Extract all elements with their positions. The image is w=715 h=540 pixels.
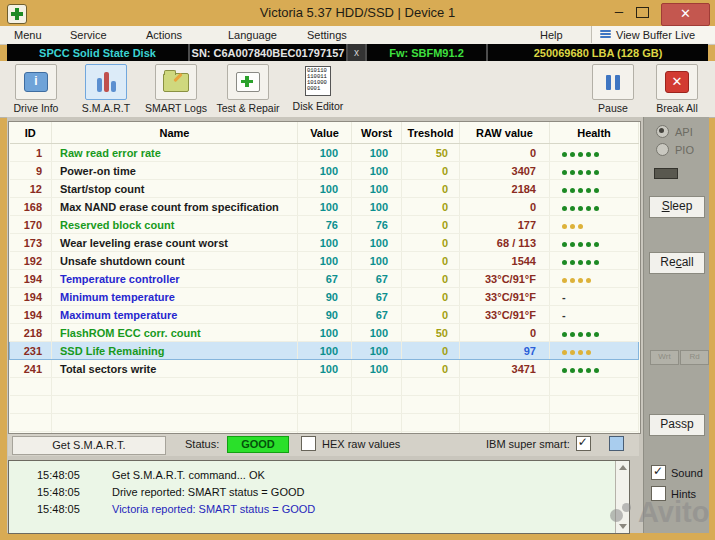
scroll-up-icon[interactable] — [619, 465, 627, 470]
health-dot-icon — [562, 206, 567, 211]
pio-radio[interactable] — [656, 143, 669, 156]
table-row[interactable]: 218FlashROM ECC corr. count100100500 — [10, 324, 639, 342]
disk-editor-button[interactable]: 010110 110011 101000 0001 Disk Editor — [284, 64, 352, 112]
log-timestamp: 15:48:05 — [37, 467, 84, 484]
log-timestamp: 15:48:05 — [37, 484, 84, 501]
title-bar[interactable]: Victoria 5.37 HDD/SSD | Device 1 – ✕ — [0, 0, 715, 26]
health-dot-icon — [578, 206, 583, 211]
health-dot-icon — [586, 206, 591, 211]
rd-mini-button[interactable]: Rd — [680, 350, 709, 365]
header-treshold[interactable]: Treshold — [402, 122, 460, 144]
first-aid-icon — [227, 64, 269, 100]
hints-checkbox[interactable] — [651, 486, 666, 501]
view-buffer-live-label: View Buffer Live — [616, 29, 695, 41]
smart-button[interactable]: S.M.A.R.T — [72, 64, 140, 114]
health-dot-icon — [570, 206, 575, 211]
empty-row — [10, 396, 639, 414]
wrt-mini-button[interactable]: Wrt — [650, 350, 679, 365]
maximize-button[interactable] — [636, 7, 649, 18]
health-dot-icon — [562, 170, 567, 175]
health-dot-icon — [578, 224, 583, 229]
table-row[interactable]: 192Unsafe shutdown count10010001544 — [10, 252, 639, 270]
device-model: SPCC Solid State Disk — [7, 44, 188, 61]
table-row[interactable]: 241Total sectors write10010003471 — [10, 360, 639, 378]
log-scrollbar[interactable] — [615, 461, 629, 533]
drive-info-button[interactable]: i Drive Info — [2, 64, 70, 114]
list-icon — [600, 30, 611, 40]
break-all-button[interactable]: ✕ Break All — [644, 64, 710, 114]
menu-item-actions[interactable]: Actions — [146, 29, 182, 41]
hex-raw-values-group[interactable]: HEX raw values — [301, 436, 400, 451]
header-name[interactable]: Name — [52, 122, 298, 144]
close-button[interactable]: ✕ — [661, 3, 710, 26]
pio-radio-group[interactable]: PIO — [656, 143, 694, 156]
table-row[interactable]: 170Reserved block count76760177 — [10, 216, 639, 234]
pause-icon — [592, 64, 634, 100]
table-row[interactable]: 194Temperature controller6767033°C/91°F — [10, 270, 639, 288]
menu-item-help[interactable]: Help — [540, 29, 563, 41]
work-area: ID Name Value Worst Treshold RAW value H… — [7, 117, 708, 533]
sleep-button[interactable]: Sleep — [649, 196, 705, 218]
ibm-checkbox[interactable] — [576, 436, 591, 451]
status-label: Status: — [185, 438, 219, 450]
scroll-down-icon[interactable] — [619, 524, 627, 529]
header-health[interactable]: Health — [550, 122, 639, 144]
log-panel: 15:48:05Get S.M.A.R.T. command... OK15:4… — [8, 460, 630, 534]
health-dot-icon — [594, 206, 599, 211]
health-dot-icon — [562, 368, 567, 373]
header-id[interactable]: ID — [10, 122, 52, 144]
smart-bars-icon — [85, 64, 127, 100]
blue-indicator-button[interactable] — [609, 436, 624, 451]
header-value[interactable]: Value — [298, 122, 352, 144]
health-dot-icon — [562, 260, 567, 265]
view-buffer-live-button[interactable]: View Buffer Live — [591, 26, 715, 43]
serial-close-button[interactable]: x — [346, 44, 365, 61]
smart-logs-button[interactable]: SMART Logs — [142, 64, 210, 114]
header-worst[interactable]: Worst — [352, 122, 402, 144]
ibm-super-smart-group[interactable]: IBM super smart: — [486, 436, 624, 451]
test-repair-button[interactable]: Test & Repair — [212, 64, 284, 114]
table-row[interactable]: 231SSD Life Remaining100100097 — [10, 342, 639, 360]
table-row[interactable]: 1Raw read error rate100100500 — [10, 144, 639, 162]
table-row[interactable]: 194Maximum temperature9067033°C/91°F- — [10, 306, 639, 324]
status-strip: Get S.M.A.R.T. Status: GOOD HEX raw valu… — [8, 434, 639, 456]
device-firmware: Fw: SBFM91.2 — [365, 44, 486, 61]
table-row[interactable]: 173Wear leveling erase count worst100100… — [10, 234, 639, 252]
api-radio[interactable] — [656, 125, 669, 138]
log-line: 15:48:05Drive reported: SMART status = G… — [9, 484, 629, 501]
status-good-badge: GOOD — [227, 436, 289, 453]
api-radio-group[interactable]: API — [656, 125, 693, 138]
health-dot-icon — [594, 260, 599, 265]
table-row[interactable]: 168Max NAND erase count from specificati… — [10, 198, 639, 216]
sound-checkbox[interactable] — [651, 465, 666, 480]
header-raw[interactable]: RAW value — [460, 122, 550, 144]
empty-row — [10, 414, 639, 432]
get-smart-button[interactable]: Get S.M.A.R.T. — [12, 436, 166, 455]
health-dot-icon — [570, 242, 575, 247]
health-dot-icon — [586, 152, 591, 157]
menu-item-menu[interactable]: Menu — [14, 29, 42, 41]
health-dot-icon — [586, 368, 591, 373]
ibm-label: IBM super smart: — [486, 438, 570, 450]
health-dot-icon — [586, 350, 591, 355]
smart-table-body: 1Raw read error rate1001005009Power-on t… — [10, 144, 639, 435]
passp-button[interactable]: Passp — [649, 414, 705, 436]
table-row[interactable]: 194Minimum temperature9067033°C/91°F- — [10, 288, 639, 306]
pause-button[interactable]: Pause — [580, 64, 646, 114]
health-dot-icon — [562, 278, 567, 283]
hints-checkbox-group[interactable]: Hints — [651, 486, 696, 501]
red-x-icon: ✕ — [656, 64, 698, 100]
minimize-button[interactable]: – — [608, 2, 630, 22]
table-row[interactable]: 12Start/stop count10010002184 — [10, 180, 639, 198]
sound-checkbox-group[interactable]: Sound — [651, 465, 703, 480]
table-row[interactable]: 9Power-on time10010003407 — [10, 162, 639, 180]
health-dot-icon — [562, 332, 567, 337]
hex-checkbox[interactable] — [301, 436, 316, 451]
smart-table-panel: ID Name Value Worst Treshold RAW value H… — [8, 121, 641, 434]
folder-pencil-icon — [155, 64, 197, 100]
menu-item-settings[interactable]: Settings — [307, 29, 347, 41]
menu-item-service[interactable]: Service — [70, 29, 107, 41]
recall-button[interactable]: Recall — [649, 252, 705, 274]
menu-item-language[interactable]: Language — [228, 29, 277, 41]
sound-label: Sound — [671, 467, 703, 479]
